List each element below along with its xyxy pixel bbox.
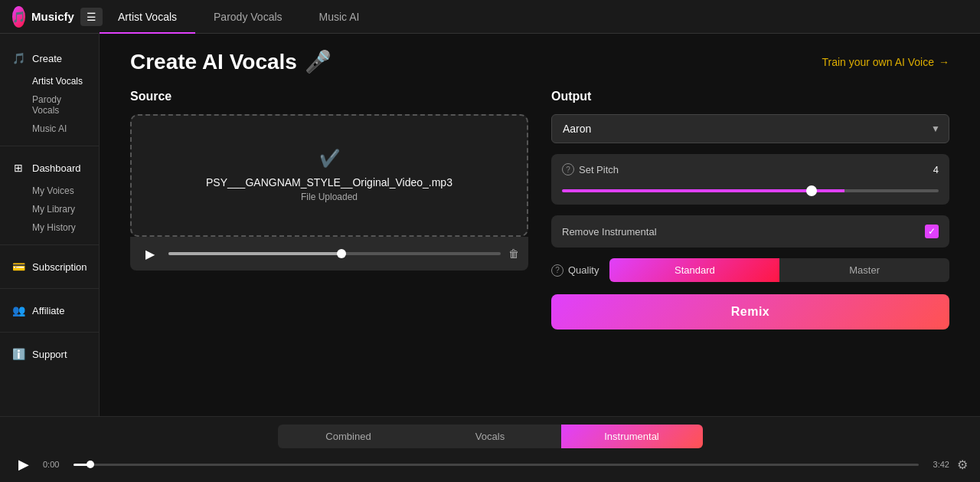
audio-progress-fill xyxy=(168,252,341,255)
subscription-icon: 💳 xyxy=(11,259,26,274)
pitch-label: ? Set Pitch xyxy=(562,163,619,175)
sidebar-item-create[interactable]: 🎵 Create xyxy=(0,44,99,72)
bottom-player-row: ▶ 0:00 3:42 ⚙ xyxy=(0,448,980,482)
upload-box[interactable]: ✔️ PSY___GANGNAM_STYLE__Original_Video_.… xyxy=(130,114,528,237)
pitch-value: 4 xyxy=(933,164,939,175)
sidebar-divider-4 xyxy=(0,332,99,333)
pitch-row: ? Set Pitch 4 xyxy=(551,154,949,205)
sidebar: 🎵 Create Artist Vocals Parody Vocals Mus… xyxy=(0,34,100,416)
page-header: Create AI Vocals 🎤 Train your own AI Voi… xyxy=(100,34,980,82)
bottom-progress-bar[interactable] xyxy=(74,464,919,466)
quality-label: ? Quality xyxy=(551,264,599,277)
bottom-progress-thumb xyxy=(87,461,94,468)
sidebar-section-subscription: 💳 Subscription xyxy=(0,248,99,285)
sidebar-sub-parody-vocals[interactable]: Parody Vocals xyxy=(0,90,99,120)
upload-status: File Uploaded xyxy=(301,192,358,202)
content-area: Create AI Vocals 🎤 Train your own AI Voi… xyxy=(100,34,980,416)
arrow-right-icon: → xyxy=(939,56,949,68)
pitch-help-icon[interactable]: ? xyxy=(562,163,574,175)
audio-progress-bar[interactable] xyxy=(168,252,501,255)
quality-row: ? Quality Standard Master xyxy=(551,258,949,282)
bottom-settings-button[interactable]: ⚙ xyxy=(957,457,968,472)
tab-instrumental[interactable]: Instrumental xyxy=(561,425,703,448)
source-column: Source ✔️ PSY___GANGNAM_STYLE__Original_… xyxy=(130,90,528,401)
sidebar-item-support[interactable]: ℹ️ Support xyxy=(0,340,99,368)
remove-instrumental-row: Remove Instrumental ✓ xyxy=(551,215,949,248)
sidebar-sub-my-library[interactable]: My Library xyxy=(0,200,99,218)
main-layout: 🎵 Create Artist Vocals Parody Vocals Mus… xyxy=(0,34,980,416)
create-columns: Source ✔️ PSY___GANGNAM_STYLE__Original_… xyxy=(100,82,980,416)
sidebar-section-support: ℹ️ Support xyxy=(0,336,99,372)
sidebar-section-dashboard: ⊞ Dashboard My Voices My Library My Hist… xyxy=(0,149,99,241)
remove-instrumental-label: Remove Instrumental xyxy=(562,226,657,238)
sidebar-divider-3 xyxy=(0,288,99,289)
sidebar-item-affiliate[interactable]: 👥 Affiliate xyxy=(0,297,99,324)
bottom-tabs: Combined Vocals Instrumental xyxy=(0,417,980,448)
audio-player: ▶ 🗑 xyxy=(130,237,528,271)
affiliate-icon: 👥 xyxy=(11,303,26,318)
remove-instrumental-checkbox[interactable]: ✓ xyxy=(925,225,939,238)
tab-parody-vocals[interactable]: Parody Vocals xyxy=(195,1,301,34)
tab-vocals[interactable]: Vocals xyxy=(420,425,561,448)
upload-check-icon: ✔️ xyxy=(319,149,340,169)
sidebar-section-affiliate: 👥 Affiliate xyxy=(0,292,99,329)
tab-music-ai[interactable]: Music AI xyxy=(301,1,378,34)
remix-button[interactable]: Remix xyxy=(551,294,949,330)
create-icon: 🎵 xyxy=(11,51,26,66)
bottom-bar: Combined Vocals Instrumental ▶ 0:00 3:42… xyxy=(0,416,980,482)
top-tabs: Artist Vocals Parody Vocals Music AI xyxy=(100,0,377,33)
sidebar-sub-artist-vocals[interactable]: Artist Vocals xyxy=(0,72,99,90)
dashboard-icon: ⊞ xyxy=(11,160,26,175)
voice-select[interactable]: Aaron Bob Charlie xyxy=(551,114,949,143)
quality-help-icon[interactable]: ? xyxy=(551,264,564,277)
quality-master-button[interactable]: Master xyxy=(779,258,949,282)
train-link[interactable]: Train your own AI Voice → xyxy=(822,56,949,68)
audio-progress-thumb xyxy=(337,249,346,258)
upload-filename: PSY___GANGNAM_STYLE__Original_Video_.mp3 xyxy=(206,176,452,189)
quality-standard-button[interactable]: Standard xyxy=(609,258,779,282)
voice-select-wrap: Aaron Bob Charlie ▼ xyxy=(551,114,949,143)
bottom-time-total: 3:42 xyxy=(926,460,949,469)
title-emoji: 🎤 xyxy=(305,49,332,74)
app-name: Musicfy xyxy=(31,10,74,23)
sidebar-item-dashboard[interactable]: ⊞ Dashboard xyxy=(0,154,99,182)
sidebar-sub-my-voices[interactable]: My Voices xyxy=(0,182,99,200)
top-nav: 🎵 Musicfy ☰ Artist Vocals Parody Vocals … xyxy=(0,0,980,34)
sidebar-divider-2 xyxy=(0,244,99,245)
quality-toggle: Standard Master xyxy=(609,258,949,282)
tab-artist-vocals[interactable]: Artist Vocals xyxy=(100,1,195,34)
sidebar-divider-1 xyxy=(0,146,99,146)
source-title: Source xyxy=(130,90,528,103)
logo-icon: 🎵 xyxy=(12,6,25,28)
bottom-time-current: 0:00 xyxy=(43,460,66,469)
delete-audio-button[interactable]: 🗑 xyxy=(508,248,519,260)
logo-area: 🎵 Musicfy ☰ xyxy=(0,6,100,28)
sidebar-item-subscription[interactable]: 💳 Subscription xyxy=(0,253,99,280)
play-button[interactable]: ▶ xyxy=(139,243,161,264)
output-title: Output xyxy=(551,90,949,103)
bottom-play-button[interactable]: ▶ xyxy=(12,453,35,476)
sidebar-sub-music-ai[interactable]: Music AI xyxy=(0,120,99,138)
pitch-slider[interactable] xyxy=(562,189,939,192)
page-title: Create AI Vocals 🎤 xyxy=(130,49,332,74)
tab-combined[interactable]: Combined xyxy=(278,425,420,448)
support-icon: ℹ️ xyxy=(11,346,26,362)
sidebar-section-create: 🎵 Create Artist Vocals Parody Vocals Mus… xyxy=(0,40,99,143)
output-column: Output Aaron Bob Charlie ▼ ? Set xyxy=(551,90,949,401)
sidebar-sub-my-history[interactable]: My History xyxy=(0,218,99,237)
